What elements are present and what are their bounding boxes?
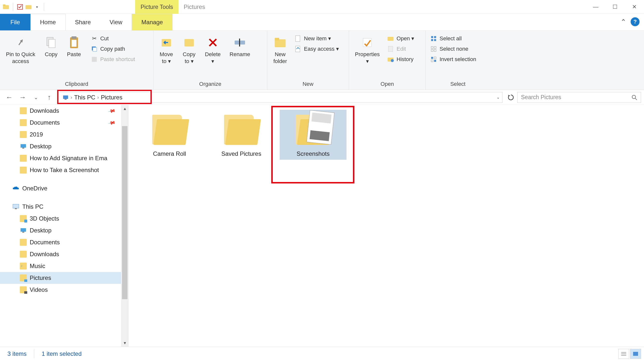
svg-rect-32	[434, 49, 436, 51]
copy-icon	[44, 36, 58, 49]
properties-qat-icon[interactable]	[16, 3, 24, 10]
body: Downloads📌Documents📌2019DesktopHow to Ad…	[0, 105, 644, 347]
tab-file[interactable]: File	[0, 14, 30, 30]
invert-selection-button[interactable]: Invert selection	[428, 55, 478, 63]
ribbon-group-select: Select all Select none Invert selection …	[426, 31, 490, 90]
svg-rect-30	[434, 46, 436, 48]
breadcrumb-pictures[interactable]: Pictures	[99, 94, 124, 101]
tree-item-pictures[interactable]: Pictures	[0, 272, 128, 284]
pin-to-quick-access-button[interactable]: Pin to Quick access	[2, 34, 39, 66]
context-tab-picture-tools[interactable]: Picture Tools	[135, 0, 178, 14]
navigation-bar: ← → ⌄ ↑ › This PC › Pictures ⌄ Search Pi…	[0, 90, 644, 105]
qat-customize-dropdown[interactable]: ▾	[34, 3, 40, 10]
tree-item-downloads[interactable]: Downloads	[0, 248, 128, 260]
paste-shortcut-button[interactable]: Paste shortcut	[89, 55, 137, 63]
tree-scrollbar[interactable]: ▴ ▾	[121, 105, 128, 347]
chevron-right-icon[interactable]: ›	[97, 94, 99, 100]
tree-item-how-to-add-signature-in-ema[interactable]: How to Add Signature in Ema	[0, 152, 128, 164]
copy-button[interactable]: Copy	[41, 34, 62, 60]
forward-button[interactable]: →	[16, 91, 29, 104]
rename-button[interactable]: Rename	[226, 34, 254, 60]
select-all-button[interactable]: Select all	[428, 35, 478, 42]
breadcrumb-root-icon[interactable]	[61, 95, 70, 100]
scroll-up-icon[interactable]: ▴	[121, 105, 128, 112]
tree-item-desktop[interactable]: Desktop	[0, 140, 128, 152]
move-to-button[interactable]: Move to ▾	[156, 34, 177, 66]
tab-share[interactable]: Share	[66, 14, 100, 30]
folder-screenshots[interactable]: Screenshots	[280, 110, 346, 160]
ribbon-group-label: Clipboard	[2, 79, 151, 90]
tab-home[interactable]: Home	[30, 14, 66, 30]
tree-item-3d-objects[interactable]: 3D Objects	[0, 213, 128, 225]
copy-to-button[interactable]: Copy to ▾	[179, 34, 200, 66]
copy-path-button[interactable]: Copy path	[89, 45, 137, 53]
tree-item-music[interactable]: ♪Music	[0, 260, 128, 272]
folder-camera-roll[interactable]: Camera Roll	[136, 110, 203, 160]
tree-item-documents[interactable]: Documents📌	[0, 117, 128, 129]
scroll-thumb[interactable]	[122, 126, 128, 299]
folder-icon	[20, 155, 27, 162]
status-bar: 3 items 1 item selected	[0, 347, 644, 361]
help-button[interactable]: ?	[631, 17, 640, 26]
details-view-button[interactable]	[618, 349, 629, 359]
chevron-right-icon[interactable]: ›	[70, 94, 72, 100]
scroll-down-icon[interactable]: ▾	[121, 339, 128, 347]
tree-item-documents[interactable]: Documents	[0, 236, 128, 248]
select-all-icon	[430, 35, 437, 42]
folder-saved-pictures[interactable]: Saved Pictures	[208, 110, 275, 160]
maximize-button[interactable]: ☐	[606, 0, 625, 14]
tab-manage[interactable]: Manage	[132, 14, 172, 30]
folder-label: Saved Pictures	[221, 150, 261, 157]
svg-rect-38	[64, 99, 66, 100]
ribbon-group-organize: Move to ▾ Copy to ▾ Delete ▾ Rename Orga…	[154, 31, 267, 90]
address-dropdown[interactable]: ⌄	[496, 95, 500, 100]
svg-rect-17	[275, 38, 279, 40]
tree-item-label: 2019	[30, 131, 43, 138]
tree-item-onedrive[interactable]: OneDrive	[0, 182, 128, 194]
folder-icon	[20, 131, 27, 138]
content-pane[interactable]: Camera RollSaved PicturesScreenshots	[129, 105, 644, 347]
open-button[interactable]: Open ▾	[385, 35, 416, 42]
new-folder-qat-icon[interactable]	[25, 3, 32, 10]
pin-icon	[14, 36, 28, 49]
thumbnails-view-button[interactable]	[630, 349, 641, 359]
select-none-icon	[430, 45, 437, 52]
new-item-button[interactable]: New item ▾	[292, 35, 341, 42]
cut-button[interactable]: ✂Cut	[89, 35, 137, 42]
delete-button[interactable]: Delete ▾	[202, 34, 224, 66]
new-folder-button[interactable]: New folder	[270, 34, 290, 66]
collapse-ribbon-icon[interactable]: ⌃	[620, 18, 626, 26]
close-button[interactable]: ✕	[625, 0, 644, 14]
tree-item-2019[interactable]: 2019	[0, 129, 128, 140]
minimize-button[interactable]: —	[586, 0, 606, 14]
svg-rect-3	[26, 5, 32, 9]
easy-access-button[interactable]: Easy access ▾	[292, 45, 341, 53]
svg-rect-16	[275, 39, 286, 47]
svg-rect-22	[388, 46, 393, 52]
folder-icon	[293, 112, 333, 147]
navigation-tree[interactable]: Downloads📌Documents📌2019DesktopHow to Ad…	[0, 105, 129, 347]
tree-item-how-to-take-a-screenshot[interactable]: How to Take a Screenshot	[0, 164, 128, 176]
refresh-button[interactable]	[506, 92, 516, 103]
edit-button[interactable]: Edit	[385, 45, 416, 53]
select-none-button[interactable]: Select none	[428, 45, 478, 53]
search-input[interactable]: Search Pictures	[517, 92, 641, 103]
breadcrumb-this-pc[interactable]: This PC	[72, 94, 97, 101]
address-bar[interactable]: › This PC › Pictures ⌄	[58, 92, 502, 103]
paste-button[interactable]: Paste	[64, 34, 84, 60]
history-button[interactable]: History	[385, 55, 416, 63]
recent-locations-dropdown[interactable]: ⌄	[30, 91, 42, 104]
tree-item-videos[interactable]: Videos	[0, 284, 128, 296]
tree-item-downloads[interactable]: Downloads📌	[0, 105, 128, 117]
tree-item-this-pc[interactable]: This PC	[0, 201, 128, 213]
tree-item-desktop[interactable]: Desktop	[0, 225, 128, 236]
up-button[interactable]: ↑	[43, 91, 56, 104]
svg-rect-21	[388, 37, 394, 41]
svg-rect-43	[13, 204, 19, 208]
back-button[interactable]: ←	[3, 91, 15, 104]
tab-view[interactable]: View	[100, 14, 132, 30]
properties-button[interactable]: Properties ▾	[352, 34, 383, 66]
music-icon: ♪	[20, 263, 27, 270]
svg-rect-37	[63, 95, 68, 99]
svg-rect-27	[431, 39, 433, 41]
